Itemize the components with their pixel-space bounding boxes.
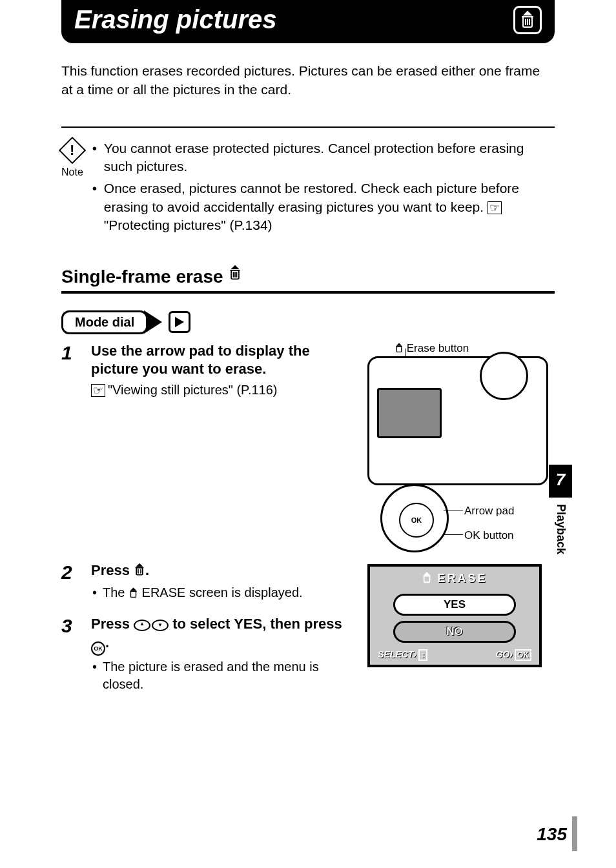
erase-icon [422,572,432,587]
step-title: Use the arrow pad to display the picture… [91,342,354,379]
page-number: 135 [537,824,567,845]
erase-icon [513,6,542,34]
intro-text: This function erases recorded pictures. … [61,61,555,99]
note-section: ! Note You cannot erase protected pictur… [61,126,555,239]
erase-screen-title: ERASE [375,572,534,587]
step-detail: The ERASE screen is displayed. [91,584,354,603]
svg-rect-12 [136,567,143,574]
erase-icon [134,563,145,582]
select-hint: SELECT›↕ [378,649,427,661]
note-icon: ! [59,137,86,164]
up-down-buttons-icon [134,620,169,631]
erase-icon [128,586,138,603]
reference-icon: ☞ [488,201,502,214]
svg-rect-18 [424,576,430,582]
step-reference: ☞"Viewing still pictures" (P.116) [91,383,354,398]
go-hint: GO›OK [496,649,531,661]
note-item: Once erased, pictures cannot be restored… [92,179,555,234]
erase-icon [395,343,404,357]
ok-button-label: OK button [464,529,514,542]
arrow-pad-label: Arrow pad [464,505,514,518]
mode-dial-label: Mode dial [61,310,148,334]
step-title: Press . [91,561,354,582]
page-title: Erasing pictures [74,5,276,34]
svg-rect-10 [396,346,402,352]
section-heading: Single-frame erase [61,265,555,294]
step-detail: The picture is erased and the menu is cl… [91,658,354,693]
step-number: 3 [61,615,79,693]
erase-icon [228,265,242,285]
svg-rect-16 [130,591,136,597]
chapter-number: 7 [549,465,572,498]
chapter-tab: 7 Playback [549,465,572,554]
page-bar [572,816,577,851]
step-3: 3 Press to select YES, then press OK. Th… [61,615,354,693]
step-title: Press to select YES, then press OK. [91,615,354,656]
playback-icon [169,311,190,333]
erase-no-option: NO [393,621,516,643]
page-header: Erasing pictures [61,0,555,43]
step-2: 2 Press . The [61,561,354,604]
step-1: 1 Use the arrow pad to display the pictu… [61,342,354,398]
erase-button-label: Erase button [407,342,469,354]
erase-yes-option: YES [393,594,516,616]
erase-screen-preview: ERASE YES NO SELECT›↕ GO›OK [367,564,542,667]
note-item: You cannot erase protected pictures. Can… [92,139,555,176]
arrow-pad-icon: OK [380,484,449,552]
reference-icon: ☞ [91,384,105,397]
ok-button-icon: OK [91,641,105,656]
mode-dial-indicator: Mode dial [61,310,555,334]
step-number: 2 [61,561,79,604]
note-reference: "Protecting pictures" (P.134) [104,217,272,232]
camera-body [367,356,548,485]
chapter-name: Playback [554,504,568,554]
camera-diagram: Erase button OK Arrow pad OK button [367,342,555,555]
step-number: 1 [61,342,79,398]
note-label: Note [61,167,83,178]
